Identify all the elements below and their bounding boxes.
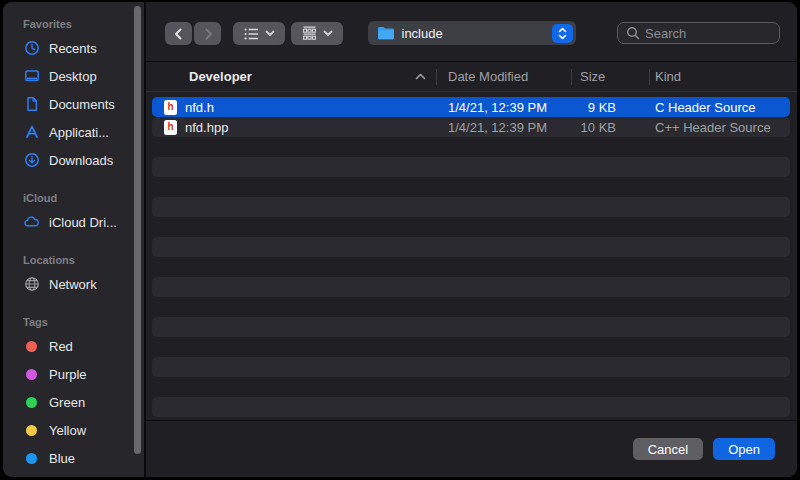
sidebar-scrollbar[interactable] [134, 6, 141, 454]
file-date-modified: 1/4/21, 12:39 PM [436, 120, 571, 135]
group-view-button[interactable] [291, 22, 343, 45]
file-name: nfd.h [185, 100, 214, 115]
tag-green-icon [23, 394, 40, 411]
chevron-left-icon [171, 26, 187, 42]
column-header-date-modified[interactable]: Date Modified [436, 69, 571, 84]
sidebar-item-documents[interactable]: Documents [3, 90, 144, 118]
sidebar-section-tags: Tags [3, 312, 144, 332]
empty-row[interactable] [152, 217, 790, 237]
column-header-developer[interactable]: Developer [146, 69, 436, 84]
empty-row[interactable] [152, 177, 790, 197]
list-view-icon [244, 27, 259, 41]
sidebar-item-label: Network [49, 277, 97, 292]
cloud-icon [23, 214, 40, 231]
sidebar-item-tag-green[interactable]: Green [3, 388, 144, 416]
chevron-right-icon [200, 26, 216, 42]
sidebar-item-label: Desktop [49, 69, 97, 84]
sidebar-item-tag-purple[interactable]: Purple [3, 360, 144, 388]
table-row[interactable]: h nfd.hpp 1/4/21, 12:39 PM 10 KB C++ Hea… [152, 117, 790, 137]
tag-purple-icon [23, 366, 40, 383]
folder-dropdown-value: include [402, 26, 552, 41]
empty-row[interactable] [152, 257, 790, 277]
tag-blue-icon [23, 450, 40, 467]
sidebar: Favorites Recents Desktop Documents [3, 2, 146, 477]
document-icon [23, 96, 40, 113]
empty-row[interactable] [152, 137, 790, 157]
sidebar-item-tag-yellow[interactable]: Yellow [3, 416, 144, 444]
column-header-kind[interactable]: Kind [649, 69, 797, 84]
globe-icon [23, 276, 40, 293]
group-view-icon [302, 26, 317, 41]
clock-icon [23, 40, 40, 57]
empty-row[interactable] [152, 297, 790, 317]
list-view-button[interactable] [233, 22, 285, 45]
sidebar-section-favorites: Favorites [3, 14, 144, 34]
tag-red-icon [23, 338, 40, 355]
file-name: nfd.hpp [185, 120, 228, 135]
column-divider [436, 69, 437, 85]
toolbar: include Search [146, 2, 797, 62]
sidebar-item-network[interactable]: Network [3, 270, 144, 298]
column-header-size[interactable]: Size [571, 69, 649, 84]
empty-row[interactable] [152, 197, 790, 217]
sidebar-item-desktop[interactable]: Desktop [3, 62, 144, 90]
chevron-down-icon [265, 30, 275, 37]
column-divider [571, 69, 572, 85]
file-size: 9 KB [571, 100, 649, 115]
empty-row[interactable] [152, 337, 790, 357]
main-pane: include Search Developer Date Modified S… [146, 2, 797, 477]
file-kind: C++ Header Source [649, 120, 790, 135]
sidebar-section-locations: Locations [3, 250, 144, 270]
sidebar-item-tag-blue[interactable]: Blue [3, 444, 144, 472]
empty-row[interactable] [152, 277, 790, 297]
sidebar-item-recents[interactable]: Recents [3, 34, 144, 62]
cancel-button[interactable]: Cancel [633, 438, 703, 460]
sidebar-item-applications[interactable]: Applicati... [3, 118, 144, 146]
table-header: Developer Date Modified Size Kind [146, 62, 797, 92]
downloads-icon [23, 152, 40, 169]
dropdown-stepper-icon [552, 24, 573, 43]
sort-ascending-icon [415, 73, 426, 80]
search-icon [626, 26, 640, 40]
open-button[interactable]: Open [713, 438, 775, 460]
sidebar-item-label: Applicati... [49, 125, 109, 140]
sidebar-item-label: Blue [49, 451, 75, 466]
sidebar-item-label: Downloads [49, 153, 113, 168]
back-button[interactable] [165, 22, 192, 45]
empty-row[interactable] [152, 397, 790, 417]
header-file-icon: h [164, 120, 177, 135]
open-file-dialog: Favorites Recents Desktop Documents [3, 2, 797, 477]
empty-row[interactable] [152, 357, 790, 377]
sidebar-item-downloads[interactable]: Downloads [3, 146, 144, 174]
sidebar-item-all-tags[interactable]: All Tags [3, 472, 144, 477]
empty-row[interactable] [152, 317, 790, 337]
forward-button[interactable] [194, 22, 221, 45]
empty-row[interactable] [152, 237, 790, 257]
sidebar-item-icloud-drive[interactable]: iCloud Dri... [3, 208, 144, 236]
sidebar-item-label: Documents [49, 97, 115, 112]
chevron-down-icon [323, 30, 333, 37]
table-row[interactable]: h nfd.h 1/4/21, 12:39 PM 9 KB C Header S… [152, 97, 790, 117]
dialog-footer: Cancel Open [146, 420, 797, 477]
sidebar-item-tag-red[interactable]: Red [3, 332, 144, 360]
folder-dropdown[interactable]: include [368, 21, 576, 45]
search-placeholder: Search [645, 26, 686, 41]
sidebar-section-icloud: iCloud [3, 188, 144, 208]
empty-row[interactable] [152, 377, 790, 397]
file-kind: C Header Source [649, 100, 790, 115]
file-list: h nfd.h 1/4/21, 12:39 PM 9 KB C Header S… [146, 92, 797, 420]
sidebar-item-label: Yellow [49, 423, 86, 438]
column-divider [649, 69, 650, 85]
folder-icon [377, 26, 395, 40]
sidebar-item-label: Purple [49, 367, 87, 382]
sidebar-item-label: Recents [49, 41, 97, 56]
applications-icon [23, 124, 40, 141]
empty-row[interactable] [152, 157, 790, 177]
header-file-icon: h [164, 100, 177, 115]
tag-yellow-icon [23, 422, 40, 439]
file-size: 10 KB [571, 120, 649, 135]
sidebar-item-label: iCloud Dri... [49, 215, 117, 230]
file-date-modified: 1/4/21, 12:39 PM [436, 100, 571, 115]
search-input[interactable]: Search [617, 22, 780, 44]
sidebar-item-label: Green [49, 395, 85, 410]
